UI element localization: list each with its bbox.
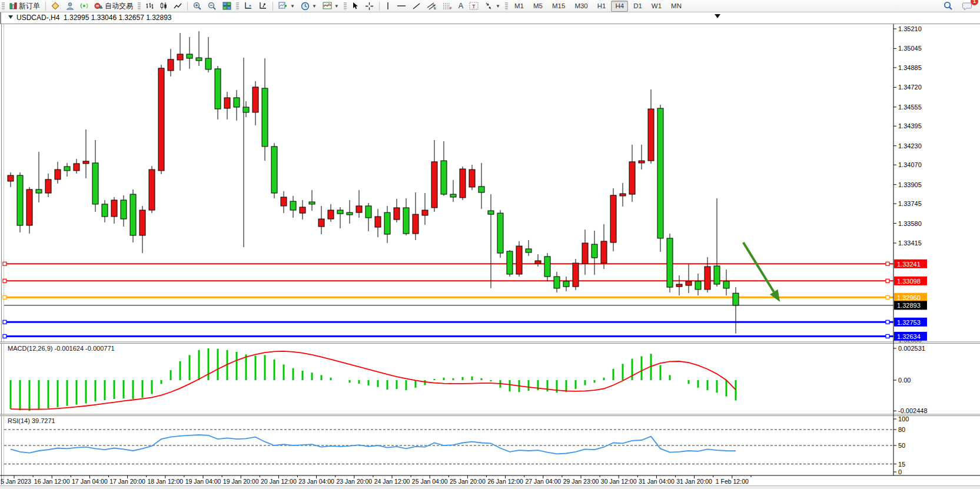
trendline-icon	[412, 2, 421, 10]
candle-body	[309, 202, 315, 204]
auto-trading-button[interactable]: 自动交易	[91, 0, 136, 12]
fibonacci-tool-button[interactable]: F	[440, 0, 456, 12]
equidistant-channel-tool-button[interactable]: E	[424, 0, 440, 12]
dropdown-arrow-icon: ▼	[290, 4, 295, 9]
candle-body	[168, 59, 174, 71]
rsi-panel	[4, 430, 893, 464]
candle-body	[158, 68, 164, 171]
candle-body	[149, 169, 155, 210]
hline-handle[interactable]	[3, 334, 6, 338]
macd-panel	[11, 348, 736, 411]
crosshair-tool-button[interactable]	[362, 0, 377, 12]
text-label-icon: T	[469, 2, 479, 10]
hline-handle[interactable]	[886, 320, 889, 324]
indicator-window-button[interactable]	[241, 0, 255, 12]
timeframe-button-M30[interactable]: M30	[570, 1, 592, 12]
horizontal-line-tool-button[interactable]	[394, 0, 409, 12]
candle-body	[205, 58, 211, 69]
hline-handle[interactable]	[886, 279, 889, 282]
candle-body	[516, 246, 522, 274]
svg-text:1.33415: 1.33415	[898, 239, 922, 247]
timeframe-button-M5[interactable]: M5	[529, 1, 547, 12]
candle-chart-mode-button[interactable]	[157, 0, 171, 12]
candle-body	[102, 204, 108, 217]
candle-body	[384, 212, 390, 234]
candle-body	[403, 208, 409, 234]
gold-diamond-icon	[51, 2, 60, 10]
trendline-tool-button[interactable]	[409, 0, 424, 12]
candle-body	[318, 219, 324, 227]
svg-text:F: F	[450, 6, 452, 10]
hline-handle[interactable]	[886, 334, 889, 338]
time-axis-label: 24 Jan 12:00	[374, 478, 410, 485]
svg-text:1.32634: 1.32634	[897, 333, 921, 340]
hline-handle[interactable]	[886, 262, 889, 265]
vertical-line-tool-button[interactable]	[382, 0, 394, 12]
hline-handle[interactable]	[3, 320, 6, 324]
candle-body	[676, 284, 682, 287]
time-axis-label: 31 Jan 20:00	[676, 478, 712, 485]
new-order-button[interactable]: 新订单	[6, 0, 43, 12]
zoom-in-button[interactable]	[190, 0, 205, 12]
search-button[interactable]	[941, 0, 956, 12]
period-button[interactable]: ▼	[298, 0, 320, 12]
indicator-window-icon	[244, 2, 253, 10]
timeframe-button-W1[interactable]: W1	[647, 1, 666, 12]
bar-chart-mode-button[interactable]	[142, 0, 157, 12]
toolbar-grip[interactable]	[505, 2, 508, 10]
add-indicator-button[interactable]: ▼	[275, 0, 298, 12]
collapse-triangle-icon[interactable]	[8, 15, 13, 19]
candle-body	[450, 194, 456, 197]
horizontal-line-icon	[397, 2, 406, 9]
hline-handle[interactable]	[3, 262, 6, 265]
indicator-cursor-button[interactable]	[255, 0, 270, 12]
timeframe-button-H1[interactable]: H1	[593, 1, 610, 12]
tile-windows-button[interactable]	[220, 0, 234, 12]
hline-handle[interactable]	[3, 279, 6, 282]
toolbar-grip[interactable]	[2, 2, 5, 10]
chat-button[interactable]: 1	[959, 0, 975, 12]
timeframe-button-H4[interactable]: H4	[611, 1, 628, 12]
hline-handle[interactable]	[886, 295, 889, 299]
hline-handle[interactable]	[3, 295, 6, 299]
clock-icon	[301, 2, 310, 11]
dropdown-arrow-icon: ▼	[312, 4, 317, 9]
candle-body	[479, 187, 484, 192]
price-axis[interactable]: 1.352101.350451.348851.347201.345551.343…	[893, 25, 928, 475]
svg-text:1.34070: 1.34070	[898, 161, 922, 168]
candle-body	[422, 210, 428, 215]
template-icon	[323, 2, 332, 10]
candle-body	[215, 69, 221, 109]
candle-body	[573, 263, 579, 287]
arrows-tool-button[interactable]: ▼	[481, 0, 503, 12]
rsi-line	[11, 435, 736, 454]
chart-canvas[interactable]: 1.352101.350451.348851.347201.345551.343…	[0, 0, 980, 489]
timeframe-button-D1[interactable]: D1	[629, 1, 646, 12]
timeframe-button-M1[interactable]: M1	[510, 1, 528, 12]
time-axis[interactable]: 15 Jan 202316 Jan 12:0017 Jan 04:0017 Ja…	[0, 475, 751, 485]
svg-text:-0.002448: -0.002448	[898, 407, 928, 414]
chart-shift-marker-icon[interactable]	[715, 14, 720, 18]
line-chart-mode-button[interactable]	[171, 0, 185, 12]
auto-trading-icon	[94, 2, 103, 10]
down-arrow-annotation[interactable]	[743, 242, 774, 292]
zoom-out-button[interactable]	[205, 0, 220, 12]
signals-button[interactable]	[77, 0, 91, 12]
timeframe-button-M15[interactable]: M15	[548, 1, 569, 12]
candle-body	[300, 207, 305, 213]
toolbar-grip[interactable]	[236, 2, 239, 10]
text-tool-button[interactable]: A	[456, 0, 466, 12]
toolbar-grip[interactable]	[138, 2, 141, 10]
text-label-tool-button[interactable]: T	[466, 0, 481, 12]
history-center-button[interactable]	[48, 0, 63, 12]
accounts-button[interactable]	[63, 0, 77, 12]
toolbar-grip[interactable]	[344, 2, 347, 10]
svg-text:100: 100	[898, 415, 909, 423]
timeframe-button-MN[interactable]: MN	[667, 1, 686, 12]
cursor-tool-button[interactable]	[348, 0, 362, 12]
template-button[interactable]: ▼	[320, 0, 342, 12]
candle-body	[526, 249, 531, 252]
time-axis-label: 15 Jan 2023	[0, 478, 31, 485]
candle-body	[253, 87, 258, 112]
arrows-tool-icon	[484, 2, 493, 10]
